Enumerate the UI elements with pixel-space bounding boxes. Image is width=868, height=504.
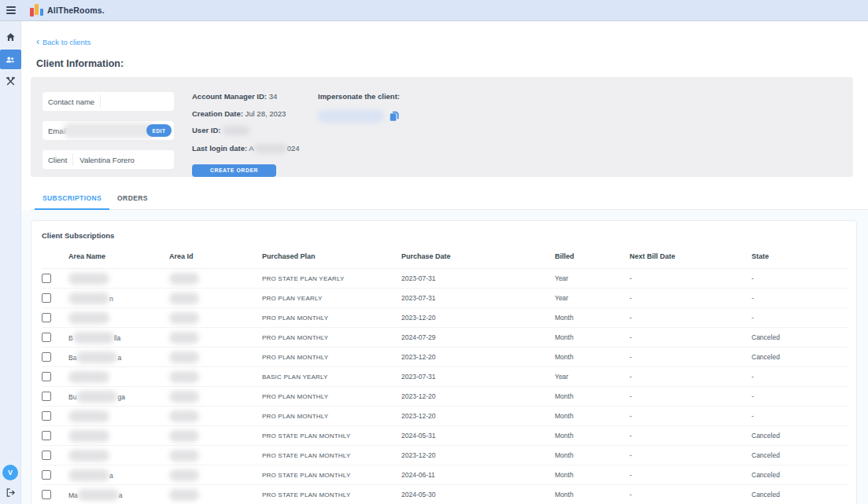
next-bill-date-cell: - — [630, 426, 752, 446]
subscription-row: PRO PLAN MONTHLY 2023-12-20 Month - - — [42, 407, 848, 426]
redacted-area-id — [169, 273, 199, 285]
subscription-row: Maa PRO STATE PLAN MONTHLY 2024-05-30 Mo… — [42, 485, 848, 504]
area-name-visible-suffix: lla — [114, 333, 121, 341]
row-checkbox[interactable] — [42, 333, 51, 342]
billed-cell: Month — [555, 426, 630, 446]
tab-panel-subscriptions: Client Subscriptions Area Name Area Id P — [21, 210, 868, 504]
row-checkbox[interactable] — [42, 490, 51, 499]
redacted-area-id — [169, 292, 199, 304]
copy-icon[interactable] — [390, 111, 400, 122]
page-title: Client Information: — [36, 58, 868, 69]
account-manager-line: Account Manager ID: 34 — [192, 92, 304, 101]
purchased-plan-cell: PRO STATE PLAN MONTHLY — [262, 465, 401, 485]
billed-cell: Month — [555, 308, 630, 328]
client-info-panel: Contact name Email EDIT Client Valentina… — [31, 77, 853, 177]
column-header-purchased-plan: Purchased Plan — [262, 252, 401, 269]
redacted-area-id — [169, 391, 199, 403]
purchased-plan-cell: PRO PLAN YEARLY — [262, 289, 401, 308]
purchase-date-cell: 2023-07-31 — [401, 289, 555, 308]
impersonate-label: Impersonate the client: — [318, 92, 400, 101]
row-checkbox[interactable] — [42, 372, 51, 381]
purchased-plan-cell: PRO STATE PLAN MONTHLY — [262, 485, 401, 504]
row-checkbox[interactable] — [42, 431, 51, 440]
client-label: Client — [42, 156, 72, 164]
sidebar-item-clients[interactable] — [0, 50, 21, 69]
redacted-area-id — [169, 351, 199, 363]
subscription-row: PRO STATE PLAN MONTHLY 2024-05-31 Month … — [42, 426, 848, 446]
tab-orders[interactable]: ORDERS — [109, 194, 156, 210]
state-cell: Canceled — [752, 485, 848, 504]
tab-bar: SUBSCRIPTIONS ORDERS — [31, 194, 868, 210]
edit-email-button[interactable]: EDIT — [146, 124, 172, 137]
row-checkbox[interactable] — [42, 293, 51, 303]
redacted-area-id — [169, 469, 199, 481]
hamburger-menu-icon[interactable] — [0, 0, 21, 21]
table-header-row: Area Name Area Id Purchased Plan Purchas… — [42, 252, 848, 269]
area-name-visible-suffix: a — [117, 353, 121, 361]
state-cell: Canceled — [752, 446, 848, 465]
contact-name-field[interactable]: Contact name — [42, 92, 174, 111]
billed-cell: Year — [555, 367, 630, 387]
purchased-plan-cell: PRO PLAN MONTHLY — [262, 308, 401, 328]
subscriptions-table: Area Name Area Id Purchased Plan Purchas… — [42, 252, 848, 504]
user-avatar[interactable]: V — [2, 465, 18, 480]
subscription-row: BASIC PLAN YEARLY 2023-07-31 Year - - — [42, 367, 848, 387]
purchased-plan-cell: PRO STATE PLAN MONTHLY — [262, 426, 401, 446]
row-checkbox[interactable] — [42, 451, 51, 460]
create-order-button[interactable]: CREATE ORDER — [192, 164, 276, 177]
client-field[interactable]: Client Valentina Forero — [42, 150, 174, 169]
redacted-area-name — [76, 391, 117, 403]
purchase-date-cell: 2023-12-20 — [401, 407, 555, 426]
redacted-area-id — [169, 489, 199, 501]
last-login-line: Last login date: A024 — [192, 144, 304, 153]
subscription-row: PRO STATE PLAN YEARLY 2023-07-31 Year - … — [42, 269, 848, 289]
left-sidebar: V — [0, 21, 21, 504]
state-cell: Canceled — [752, 426, 848, 446]
state-cell: Canceled — [752, 465, 848, 485]
row-checkbox[interactable] — [42, 411, 51, 421]
row-checkbox[interactable] — [42, 352, 51, 362]
top-bar: AllTheRooms. — [0, 0, 868, 21]
redacted-area-name — [68, 312, 109, 324]
column-header-next-bill-date: Next Bill Date — [630, 252, 752, 269]
purchased-plan-cell: PRO STATE PLAN MONTHLY — [262, 446, 401, 465]
purchased-plan-cell: BASIC PLAN YEARLY — [262, 367, 401, 387]
sidebar-item-tools[interactable] — [0, 72, 21, 91]
redacted-area-name — [78, 489, 119, 501]
redacted-impersonation-link[interactable] — [318, 110, 384, 123]
column-header-area-id: Area Id — [169, 252, 262, 269]
billed-cell: Month — [555, 446, 630, 465]
row-checkbox[interactable] — [42, 274, 51, 283]
state-cell: Canceled — [752, 328, 848, 348]
purchase-date-cell: 2024-05-30 — [401, 485, 555, 504]
email-field[interactable]: Email EDIT — [42, 121, 174, 140]
state-cell: - — [752, 387, 848, 407]
redacted-area-id — [169, 371, 199, 383]
redacted-area-name — [68, 371, 109, 383]
clients-people-icon — [5, 54, 16, 65]
row-checkbox[interactable] — [42, 313, 51, 322]
purchase-date-cell: 2023-07-31 — [401, 269, 555, 289]
redacted-area-name — [68, 273, 109, 285]
next-bill-date-cell: - — [630, 289, 752, 308]
sidebar-item-home[interactable] — [0, 28, 21, 47]
subscriptions-card: Client Subscriptions Area Name Area Id P — [31, 220, 857, 504]
subscription-row: n PRO PLAN YEARLY 2023-07-31 Year - - — [42, 289, 848, 308]
logout-icon[interactable] — [6, 487, 16, 498]
subscription-row: a PRO STATE PLAN MONTHLY 2024-06-11 Mont… — [42, 465, 848, 485]
column-header-state: State — [752, 252, 848, 269]
subscription-row: Baa PRO PLAN MONTHLY 2023-12-20 Month - … — [42, 348, 848, 367]
back-to-clients-link[interactable]: ‹ Back to clients — [36, 38, 90, 46]
subscription-row: Blla PRO PLAN MONTHLY 2024-07-29 Month -… — [42, 328, 848, 348]
tab-subscriptions[interactable]: SUBSCRIPTIONS — [35, 194, 109, 210]
logo-bars-icon — [30, 4, 43, 17]
column-header-area-name: Area Name — [68, 252, 169, 269]
redacted-area-name — [68, 292, 109, 304]
tools-icon — [6, 76, 16, 86]
row-checkbox[interactable] — [42, 392, 51, 401]
area-name-visible-prefix: Ma — [68, 491, 78, 498]
billed-cell: Month — [555, 328, 630, 348]
row-checkbox[interactable] — [42, 470, 51, 480]
purchased-plan-cell: PRO STATE PLAN YEARLY — [262, 269, 401, 289]
next-bill-date-cell: - — [630, 269, 752, 289]
